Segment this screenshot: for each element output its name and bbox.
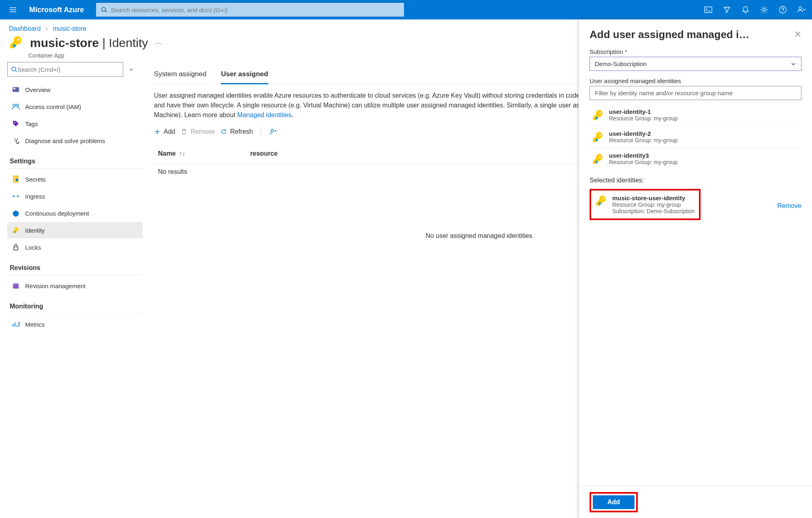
secrets-icon xyxy=(11,176,20,183)
key-icon xyxy=(592,131,604,143)
svg-point-3 xyxy=(763,9,765,11)
bell-icon[interactable] xyxy=(740,4,751,15)
identity-rg: Resource Group: my-group xyxy=(609,159,678,165)
global-search-input[interactable] xyxy=(111,6,400,13)
svg-point-11 xyxy=(14,122,15,123)
assign-button[interactable] xyxy=(269,128,277,135)
sort-icon[interactable]: ↑↓ xyxy=(179,150,186,157)
add-button[interactable]: Add xyxy=(154,128,175,135)
hamburger-menu-icon[interactable] xyxy=(5,6,21,14)
sidebar-section-monitoring: Monitoring xyxy=(7,295,143,314)
revision-icon xyxy=(11,282,20,289)
key-icon xyxy=(592,153,604,165)
subscription-value: Demo-Subscription xyxy=(595,60,647,67)
sidebar-item-label: Identity xyxy=(25,227,45,234)
sidebar-item-secrets[interactable]: Secrets xyxy=(7,171,143,187)
page-section: Identity xyxy=(109,36,148,49)
lock-icon xyxy=(11,244,20,251)
search-icon xyxy=(11,66,17,73)
sidebar-item-label: Locks xyxy=(25,244,41,251)
iam-icon xyxy=(11,103,20,110)
tab-system-assigned[interactable]: System assigned xyxy=(154,66,206,84)
selected-identity: music-store-user-identity Resource Group… xyxy=(590,189,701,220)
sidebar-item-metrics[interactable]: Metrics xyxy=(7,316,143,332)
chevron-right-icon: › xyxy=(46,25,48,32)
identity-name: user-identity3 xyxy=(609,152,678,159)
svg-rect-7 xyxy=(13,87,19,92)
tags-icon xyxy=(11,120,20,127)
diagnose-icon xyxy=(11,137,20,144)
column-resource[interactable]: resource xyxy=(250,150,278,157)
svg-point-6 xyxy=(12,67,16,71)
sidebar-item-ingress[interactable]: Ingress xyxy=(7,188,143,204)
identity-row[interactable]: user-identity-1 Resource Group: my-group xyxy=(590,104,801,126)
identities-label: User assigned managed identities xyxy=(590,77,801,84)
key-icon xyxy=(595,195,607,207)
sidebar-item-label: Overview xyxy=(25,86,51,93)
ingress-icon xyxy=(11,193,20,199)
sidebar-item-label: Diagnose and solve problems xyxy=(25,137,105,144)
svg-rect-2 xyxy=(705,7,712,13)
subscription-label: Subscription * xyxy=(590,48,801,55)
identity-name: user-identity-1 xyxy=(609,108,678,115)
plus-icon xyxy=(154,128,160,135)
sidebar-section-settings: Settings xyxy=(7,150,143,169)
svg-rect-16 xyxy=(13,284,19,289)
close-icon[interactable] xyxy=(794,30,801,39)
sidebar-item-label: Tags xyxy=(25,120,38,127)
selected-sub: Subscription: Demo-Subscription xyxy=(612,208,695,214)
subscription-dropdown[interactable]: Demo-Subscription xyxy=(590,57,801,71)
person-icon xyxy=(269,128,277,135)
overview-icon xyxy=(11,86,20,93)
sidebar-item-iam[interactable]: Access control (IAM) xyxy=(7,98,143,115)
identity-rg: Resource Group: my-group xyxy=(609,137,678,143)
remove-link[interactable]: Remove xyxy=(777,202,801,210)
breadcrumb-item[interactable]: music-store xyxy=(53,25,87,32)
sidebar-item-revision[interactable]: Revision management xyxy=(7,278,143,294)
identity-filter-input[interactable]: Filter by identity name and/or resource … xyxy=(590,86,801,100)
trash-icon xyxy=(181,128,187,135)
tab-user-assigned[interactable]: User assigned xyxy=(221,66,268,84)
sidebar-item-identity[interactable]: Identity xyxy=(7,222,143,238)
sidebar-search-input[interactable] xyxy=(17,66,120,73)
sidebar-item-label: Metrics xyxy=(25,321,45,328)
managed-identities-link[interactable]: Managed identities xyxy=(237,111,291,118)
breadcrumb-item[interactable]: Dashboard xyxy=(9,25,41,32)
sidebar-item-label: Revision management xyxy=(25,283,85,289)
feedback-icon[interactable] xyxy=(796,4,807,15)
sidebar-search[interactable] xyxy=(7,62,123,77)
svg-point-18 xyxy=(271,129,274,132)
sidebar-item-label: Ingress xyxy=(25,193,45,200)
sidebar-item-overview[interactable]: Overview xyxy=(7,81,143,98)
sidebar-item-cd[interactable]: Continuous deployment xyxy=(7,205,143,221)
identity-list: user-identity-1 Resource Group: my-group… xyxy=(590,104,801,169)
sidebar-item-tags[interactable]: Tags xyxy=(7,116,143,132)
refresh-icon xyxy=(220,128,227,135)
svg-point-1 xyxy=(102,7,106,11)
svg-point-5 xyxy=(799,7,802,10)
filter-icon[interactable] xyxy=(721,4,733,15)
help-icon[interactable] xyxy=(777,4,788,15)
more-icon[interactable]: ⋯ xyxy=(155,39,162,47)
identity-rg: Resource Group: my-group xyxy=(609,115,678,122)
column-name[interactable]: Name xyxy=(158,150,176,157)
key-icon xyxy=(9,35,24,51)
global-search[interactable] xyxy=(96,3,404,17)
brand[interactable]: Microsoft Azure xyxy=(29,6,84,14)
add-button[interactable]: Add xyxy=(593,495,635,509)
identity-row[interactable]: user-identity-2 Resource Group: my-group xyxy=(590,126,801,148)
sidebar-item-locks[interactable]: Locks xyxy=(7,239,143,255)
sidebar-item-label: Access control (IAM) xyxy=(25,103,81,110)
identity-name: user-identity-2 xyxy=(609,130,678,137)
resource-name: music-store xyxy=(30,36,99,49)
refresh-button[interactable]: Refresh xyxy=(220,128,253,135)
metrics-icon xyxy=(11,321,20,327)
selected-name: music-store-user-identity xyxy=(612,195,695,201)
key-icon xyxy=(592,109,604,121)
cloud-shell-icon[interactable] xyxy=(703,4,714,15)
collapse-sidebar-icon[interactable]: « xyxy=(130,66,133,73)
gear-icon[interactable] xyxy=(759,4,770,15)
separator xyxy=(261,127,261,136)
identity-row[interactable]: user-identity3 Resource Group: my-group xyxy=(590,148,801,169)
sidebar-item-diagnose[interactable]: Diagnose and solve problems xyxy=(7,133,143,149)
